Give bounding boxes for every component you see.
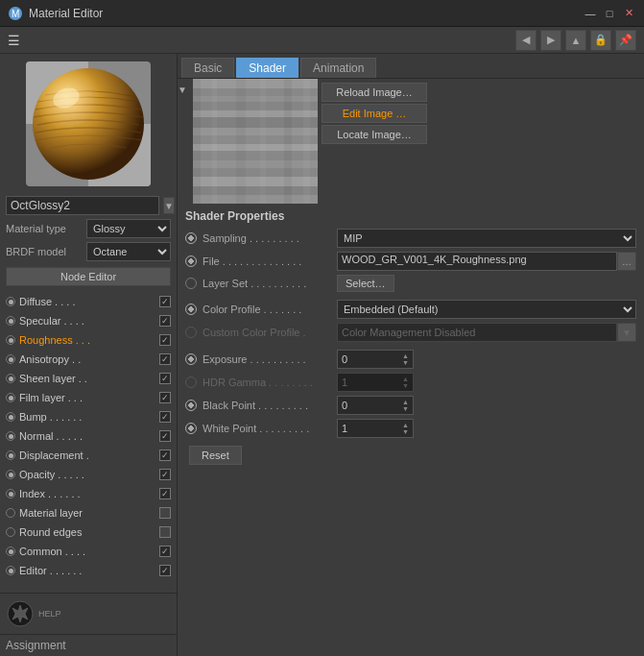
black-up-arrow[interactable]: ▲: [402, 399, 409, 405]
shader-item-diffuse[interactable]: Diffuse . . . .: [0, 292, 177, 311]
round-edges-checkbox[interactable]: [159, 526, 171, 538]
brdf-model-select[interactable]: Octane Beckmann GGX: [86, 242, 171, 261]
material-name-input[interactable]: OctGlossy2: [6, 196, 159, 215]
material-layer-checkbox[interactable]: [159, 507, 171, 519]
black-point-spinbox[interactable]: 0 ▲ ▼: [337, 396, 414, 415]
layer-set-select-button[interactable]: Select…: [337, 275, 394, 292]
shader-item-bump[interactable]: Bump . . . . . .: [0, 407, 177, 426]
specular-radio[interactable]: [6, 316, 15, 326]
name-dropdown-button[interactable]: ▼: [163, 197, 175, 214]
main-content: OctGlossy2 ▼ … Material type Glossy Diff…: [0, 54, 644, 656]
shader-item-material-layer[interactable]: Material layer: [0, 503, 177, 522]
white-down-arrow[interactable]: ▼: [402, 428, 409, 435]
material-type-select[interactable]: Glossy Diffuse Specular: [86, 219, 171, 238]
displacement-checkbox[interactable]: [159, 449, 171, 461]
normal-checkbox[interactable]: [159, 430, 171, 442]
sampling-select[interactable]: MIP Box None: [337, 229, 636, 248]
editor-radio[interactable]: [6, 566, 15, 575]
material-layer-radio[interactable]: [6, 508, 15, 518]
file-browse-button[interactable]: …: [617, 252, 636, 271]
svg-rect-24: [193, 186, 318, 195]
sheen-checkbox[interactable]: [159, 373, 171, 384]
assignment-link[interactable]: Assignment: [0, 634, 177, 656]
common-radio[interactable]: [6, 547, 15, 556]
index-radio[interactable]: [6, 489, 15, 498]
lock-button[interactable]: 🔒: [590, 30, 611, 51]
locate-image-button[interactable]: Locate Image…: [322, 125, 427, 144]
exposure-down-arrow[interactable]: ▼: [402, 359, 409, 366]
color-profile-radio[interactable]: [185, 304, 197, 315]
tab-animation[interactable]: Animation: [300, 58, 376, 78]
image-thumbnail: [193, 79, 318, 204]
custom-color-radio[interactable]: [185, 327, 197, 338]
hdr-down-arrow: ▼: [402, 382, 409, 389]
tab-basic[interactable]: Basic: [181, 58, 234, 78]
exposure-value: 0: [342, 353, 347, 365]
roughness-checkbox[interactable]: [159, 334, 171, 346]
anisotropy-radio[interactable]: [6, 354, 15, 364]
roughness-radio[interactable]: [6, 335, 15, 345]
reload-image-button[interactable]: Reload Image…: [322, 83, 427, 102]
svg-rect-12: [193, 88, 318, 96]
round-edges-radio[interactable]: [6, 527, 15, 537]
opacity-radio[interactable]: [6, 470, 15, 479]
file-radio[interactable]: [185, 255, 197, 267]
up-button[interactable]: ▲: [565, 30, 586, 51]
shader-item-sheen[interactable]: Sheen layer . .: [0, 369, 177, 388]
sampling-radio[interactable]: [185, 232, 197, 244]
node-editor-button[interactable]: Node Editor: [6, 267, 171, 286]
white-point-radio[interactable]: [185, 423, 197, 434]
displacement-radio[interactable]: [6, 450, 15, 460]
film-checkbox[interactable]: [159, 392, 171, 403]
exposure-spinbox[interactable]: 0 ▲ ▼: [337, 350, 414, 369]
bump-radio[interactable]: [6, 412, 15, 422]
shader-item-roughness[interactable]: Roughness . . .: [0, 330, 177, 350]
reset-button[interactable]: Reset: [189, 446, 242, 465]
editor-checkbox[interactable]: [159, 565, 171, 576]
diffuse-checkbox[interactable]: [159, 296, 171, 307]
tab-shader[interactable]: Shader: [236, 58, 298, 78]
index-checkbox[interactable]: [159, 488, 171, 499]
bump-checkbox[interactable]: [159, 411, 171, 423]
shader-item-anisotropy[interactable]: Anisotropy . .: [0, 350, 177, 369]
shader-item-displacement[interactable]: Displacement .: [0, 446, 177, 465]
sheen-radio[interactable]: [6, 374, 15, 383]
film-radio[interactable]: [6, 393, 15, 402]
shader-item-specular[interactable]: Specular . . . .: [0, 311, 177, 330]
custom-color-browse-button[interactable]: ▼: [617, 323, 636, 342]
black-point-label: Black Point . . . . . . . . .: [203, 400, 337, 411]
maximize-button[interactable]: □: [602, 6, 617, 21]
white-up-arrow[interactable]: ▲: [402, 422, 409, 428]
opacity-checkbox[interactable]: [159, 469, 171, 480]
shader-item-index[interactable]: Index . . . . . .: [0, 484, 177, 503]
pin-button[interactable]: 📌: [615, 30, 636, 51]
back-button[interactable]: ◀: [515, 30, 537, 51]
hdr-gamma-radio[interactable]: [185, 377, 197, 388]
anisotropy-checkbox[interactable]: [159, 353, 171, 365]
shader-item-film[interactable]: Film layer . . .: [0, 388, 177, 407]
shader-item-normal[interactable]: Normal . . . . .: [0, 426, 177, 446]
exposure-radio[interactable]: [185, 353, 197, 365]
specular-checkbox[interactable]: [159, 315, 171, 327]
shader-item-round-edges[interactable]: Round edges: [0, 522, 177, 542]
edit-image-button[interactable]: Edit Image …: [322, 104, 427, 123]
forward-button[interactable]: ▶: [540, 30, 561, 51]
shader-item-editor[interactable]: Editor . . . . . .: [0, 561, 177, 580]
menu-icon[interactable]: ☰: [8, 33, 20, 48]
common-checkbox[interactable]: [159, 546, 171, 557]
black-down-arrow[interactable]: ▼: [402, 405, 409, 412]
layer-set-radio[interactable]: [185, 278, 197, 289]
window-controls: — □ ✕: [583, 6, 636, 21]
exposure-up-arrow[interactable]: ▲: [402, 352, 409, 359]
shader-item-opacity[interactable]: Opacity . . . . .: [0, 465, 177, 484]
shader-item-common[interactable]: Common . . . .: [0, 542, 177, 561]
color-profile-select[interactable]: Embedded (Default) sRGB Linear: [337, 300, 636, 319]
white-point-spinbox[interactable]: 1 ▲ ▼: [337, 419, 414, 438]
hdr-up-arrow: ▲: [402, 376, 409, 382]
close-button[interactable]: ✕: [621, 6, 636, 21]
normal-radio[interactable]: [6, 431, 15, 441]
black-point-radio[interactable]: [185, 400, 197, 411]
minimize-button[interactable]: —: [583, 6, 598, 21]
file-row: File . . . . . . . . . . . . . . WOOD_GR…: [181, 250, 640, 273]
diffuse-radio[interactable]: [6, 297, 15, 306]
